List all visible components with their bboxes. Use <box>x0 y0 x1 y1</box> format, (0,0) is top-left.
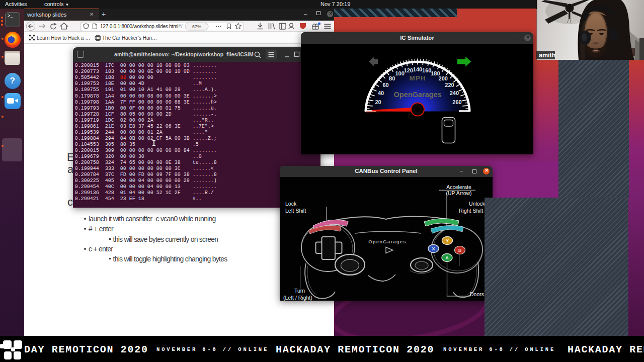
svg-text:127.0.0.1:8000/workshop.slides: 127.0.0.1:8000/workshop.slides.html#/ <box>100 24 183 29</box>
svg-text:Y: Y <box>446 238 449 243</box>
svg-text:20: 20 <box>375 99 381 105</box>
svg-text:100: 100 <box>395 70 404 76</box>
svg-text:40: 40 <box>378 90 384 96</box>
svg-text:B: B <box>458 248 462 253</box>
svg-text:(Left / Right): (Left / Right) <box>283 294 312 300</box>
svg-text:80: 80 <box>389 75 395 81</box>
svg-text:Accelerate: Accelerate <box>446 184 471 190</box>
svg-text:(UP Arrow): (UP Arrow) <box>446 190 471 196</box>
svg-text:160: 160 <box>422 67 431 73</box>
svg-text:260: 260 <box>452 99 461 105</box>
svg-text:60: 60 <box>382 82 388 88</box>
svg-text:OpenGarages: OpenGarages <box>368 238 407 244</box>
svg-text:67%: 67% <box>192 24 201 29</box>
svg-text:140: 140 <box>413 66 422 72</box>
svg-text:OpenGarages: OpenGarages <box>393 90 441 99</box>
svg-text:X: X <box>432 246 435 251</box>
svg-text:120: 120 <box>404 67 413 73</box>
svg-text:Doors: Doors <box>470 291 484 297</box>
svg-text:240: 240 <box>450 90 459 96</box>
svg-text:200: 200 <box>439 75 448 81</box>
svg-text:220: 220 <box>445 82 454 88</box>
svg-text:Left Shift: Left Shift <box>285 207 306 213</box>
svg-text:Unlock: Unlock <box>469 201 486 207</box>
svg-text:Right Shift: Right Shift <box>459 207 484 213</box>
svg-text:Lock: Lock <box>285 201 297 207</box>
svg-text:Turn: Turn <box>294 288 305 294</box>
svg-text:MPH: MPH <box>410 74 426 82</box>
svg-text:A: A <box>445 255 449 260</box>
